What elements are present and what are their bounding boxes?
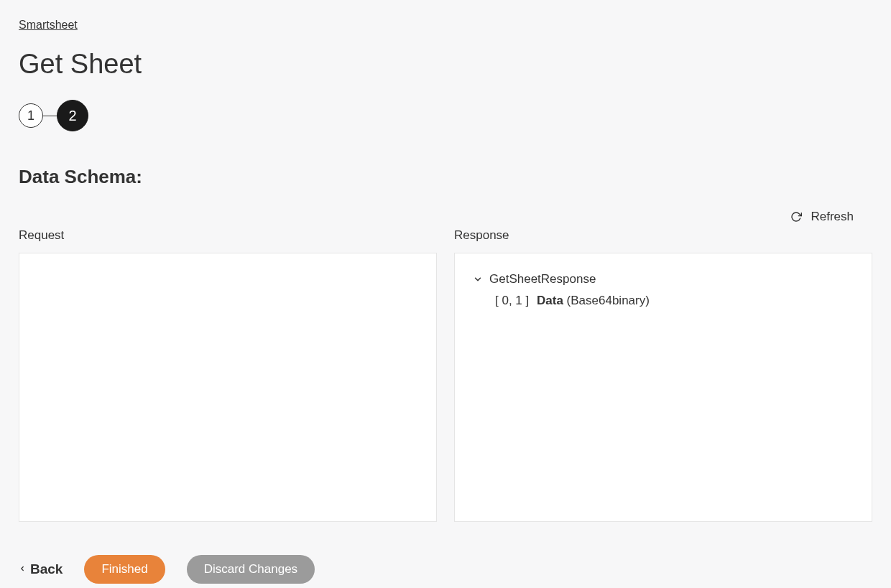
tree-root-label: GetSheetResponse	[489, 272, 596, 286]
response-panel: GetSheetResponse [ 0, 1 ] Data (Base64bi…	[454, 253, 872, 522]
discard-button[interactable]: Discard Changes	[187, 555, 315, 584]
tree-field-name: Data	[537, 294, 563, 307]
chevron-down-icon	[472, 274, 484, 285]
refresh-icon	[790, 211, 802, 223]
request-label: Request	[19, 228, 437, 243]
section-title: Data Schema:	[19, 166, 872, 188]
request-panel	[19, 253, 437, 522]
refresh-button[interactable]: Refresh	[790, 210, 854, 224]
step-1[interactable]: 1	[19, 103, 43, 128]
chevron-left-icon	[19, 561, 26, 577]
step-2[interactable]: 2	[57, 100, 88, 131]
response-label: Response	[454, 228, 872, 243]
finished-button[interactable]: Finished	[84, 555, 165, 584]
breadcrumb-link[interactable]: Smartsheet	[19, 19, 78, 31]
back-label: Back	[30, 561, 63, 577]
tree-node-root[interactable]: GetSheetResponse	[472, 268, 854, 291]
tree-cardinality: [ 0, 1 ]	[495, 294, 529, 307]
step-connector	[43, 116, 57, 116]
stepper: 1 2	[19, 100, 872, 131]
back-button[interactable]: Back	[19, 561, 63, 577]
page-title: Get Sheet	[19, 49, 872, 80]
tree-node-child[interactable]: [ 0, 1 ] Data (Base64binary)	[472, 291, 854, 308]
refresh-label: Refresh	[811, 210, 854, 224]
tree-field-type: (Base64binary)	[567, 294, 650, 307]
